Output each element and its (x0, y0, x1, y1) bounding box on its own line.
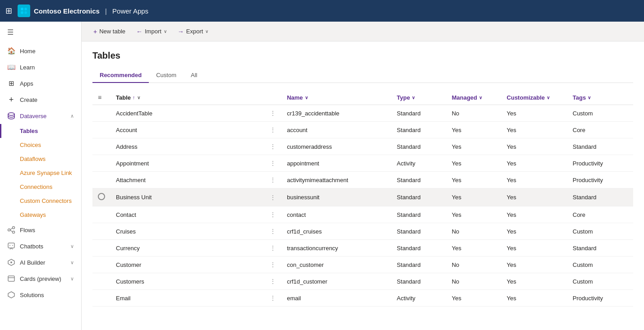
table-row[interactable]: Account ⋮ account Standard Yes Yes Core (92, 122, 633, 138)
row-table-name[interactable]: Attachment (110, 172, 264, 188)
sidebar-item-solutions[interactable]: Solutions (0, 287, 81, 303)
column-filter-icon[interactable]: ≡ (98, 94, 101, 101)
row-table-name[interactable]: Customer (110, 257, 264, 273)
svg-point-7 (13, 231, 15, 234)
row-managed: Yes (446, 188, 501, 206)
col-header-customizable[interactable]: Customizable ∨ (501, 90, 567, 105)
table-row[interactable]: Business Unit ⋮ businessunit Standard Ye… (92, 188, 633, 206)
row-tags: Custom (567, 105, 633, 122)
row-menu[interactable]: ⋮ (264, 257, 281, 273)
row-menu[interactable]: ⋮ (264, 223, 281, 240)
sidebar-label-flows: Flows (20, 227, 35, 234)
row-managed: Yes (446, 240, 501, 257)
row-check-cell (92, 188, 110, 206)
import-button[interactable]: ← Import ∨ (132, 26, 171, 37)
row-menu[interactable]: ⋮ (264, 273, 281, 290)
row-menu[interactable]: ⋮ (264, 206, 281, 223)
table-row[interactable]: Attachment ⋮ activitymimeattachment Stan… (92, 172, 633, 188)
row-tags: Core (567, 122, 633, 138)
row-menu[interactable]: ⋮ (264, 240, 281, 257)
tab-recommended[interactable]: Recommended (92, 68, 149, 83)
row-table-name[interactable]: AccidentTable (110, 105, 264, 122)
row-table-name[interactable]: Email (110, 290, 264, 307)
row-managed: No (446, 273, 501, 290)
row-radio[interactable] (98, 193, 105, 200)
table-row[interactable]: Email ⋮ email Activity Yes Yes Productiv… (92, 290, 633, 307)
row-customizable: Yes (501, 223, 567, 240)
sidebar-item-learn[interactable]: 📖 Learn (0, 59, 81, 75)
solutions-icon (7, 291, 15, 299)
row-menu[interactable]: ⋮ (264, 122, 281, 138)
tab-all[interactable]: All (184, 68, 204, 83)
col-header-tags[interactable]: Tags ∨ (567, 90, 633, 105)
row-menu[interactable]: ⋮ (264, 155, 281, 172)
learn-icon: 📖 (7, 63, 15, 71)
row-tags: Productivity (567, 155, 633, 172)
row-menu[interactable]: ⋮ (264, 172, 281, 188)
svg-marker-14 (8, 292, 14, 298)
chatbots-chevron: ∨ (70, 243, 74, 249)
row-menu[interactable]: ⋮ (264, 138, 281, 155)
tab-custom[interactable]: Custom (149, 68, 184, 83)
row-table-name[interactable]: Business Unit (110, 188, 264, 206)
table-row[interactable]: Address ⋮ customeraddress Standard Yes Y… (92, 138, 633, 155)
row-table-name[interactable]: Cruises (110, 223, 264, 240)
row-customizable: Yes (501, 155, 567, 172)
table-row[interactable]: Currency ⋮ transactioncurrency Standard … (92, 240, 633, 257)
ai-builder-icon (7, 258, 15, 266)
sidebar-item-chatbots[interactable]: Chatbots ∨ (0, 238, 81, 254)
sidebar-sub-custom-connectors[interactable]: Custom Connectors (0, 194, 81, 208)
sidebar-sub-connections[interactable]: Connections (0, 180, 81, 194)
row-menu[interactable]: ⋮ (264, 290, 281, 307)
table-row[interactable]: Contact ⋮ contact Standard Yes Yes Core (92, 206, 633, 223)
row-table-name[interactable]: Currency (110, 240, 264, 257)
sidebar-toggle[interactable]: ☰ (0, 22, 81, 43)
row-managed: Yes (446, 138, 501, 155)
sidebar-sub-tables[interactable]: Tables (0, 124, 81, 138)
col-tags-label: Tags (573, 94, 586, 101)
col-header-table[interactable]: Table ↑ ∨ (110, 90, 264, 105)
row-check-cell (92, 257, 110, 273)
table-row[interactable]: Cruises ⋮ crf1d_cruises Standard No Yes … (92, 223, 633, 240)
col-header-type[interactable]: Type ∨ (391, 90, 446, 105)
table-row[interactable]: AccidentTable ⋮ cr139_accidenttable Stan… (92, 105, 633, 122)
waffle-icon[interactable]: ⊞ (5, 6, 12, 16)
sidebar-sub-gateways[interactable]: Gateways (0, 208, 81, 222)
new-table-button[interactable]: + New table (89, 26, 130, 37)
sidebar-item-ai-builder[interactable]: AI Builder ∨ (0, 254, 81, 270)
sidebar-item-apps[interactable]: ⊞ Apps (0, 75, 81, 92)
row-table-name[interactable]: Contact (110, 206, 264, 223)
row-tags: Custom (567, 257, 633, 273)
row-table-name[interactable]: Account (110, 122, 264, 138)
row-table-name[interactable]: Appointment (110, 155, 264, 172)
sidebar-sub-choices[interactable]: Choices (0, 138, 81, 152)
table-row[interactable]: Appointment ⋮ appointment Activity Yes Y… (92, 155, 633, 172)
row-managed: No (446, 105, 501, 122)
sidebar-item-cards[interactable]: Cards (preview) ∨ (0, 270, 81, 287)
sidebar-item-create[interactable]: + Create (0, 92, 81, 108)
brand: Contoso Electronics | Power Apps (18, 5, 148, 17)
table-row[interactable]: Customers ⋮ crf1d_customer Standard No Y… (92, 273, 633, 290)
row-menu[interactable]: ⋮ (264, 188, 281, 206)
sidebar-item-flows[interactable]: Flows (0, 222, 81, 238)
sidebar-sub-dataflows[interactable]: Dataflows (0, 152, 81, 166)
create-icon: + (7, 96, 15, 104)
col-managed-label: Managed (452, 94, 477, 101)
col-header-menu (264, 90, 281, 105)
name-filter-icon: ∨ (305, 95, 308, 100)
table-row[interactable]: Customer ⋮ con_customer Standard No Yes … (92, 257, 633, 273)
row-name: customeraddress (281, 138, 391, 155)
row-table-name[interactable]: Customers (110, 273, 264, 290)
sidebar-item-dataverse[interactable]: Dataverse ∧ (0, 108, 81, 124)
row-table-name[interactable]: Address (110, 138, 264, 155)
sidebar-label-home: Home (20, 48, 36, 55)
col-header-name[interactable]: Name ∨ (281, 90, 391, 105)
row-menu[interactable]: ⋮ (264, 105, 281, 122)
row-type: Standard (391, 206, 446, 223)
col-header-managed[interactable]: Managed ∨ (446, 90, 501, 105)
row-name: account (281, 122, 391, 138)
export-button[interactable]: → Export ∨ (173, 26, 213, 37)
row-type: Standard (391, 138, 446, 155)
sidebar-sub-azure-synapse[interactable]: Azure Synapse Link (0, 166, 81, 180)
sidebar-item-home[interactable]: 🏠 Home (0, 43, 81, 59)
